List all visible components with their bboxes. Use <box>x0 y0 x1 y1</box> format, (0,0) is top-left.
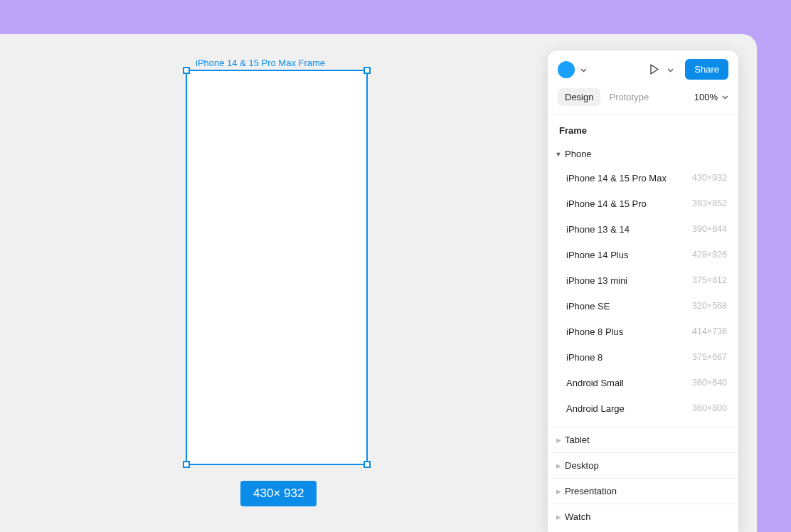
properties-panel: Share Design Prototype 100% Frame ▼ Phon… <box>548 50 738 532</box>
frame-section[interactable]: Frame ▼ Phone iPhone 14 & 15 Pro Max 430… <box>548 115 738 532</box>
triangle-right-icon: ▶ <box>555 488 562 495</box>
device-preset[interactable]: iPhone 14 Plus 428×926 <box>548 242 738 267</box>
category-label: Tablet <box>565 435 590 445</box>
panel-header: Share <box>548 50 738 88</box>
device-preset[interactable]: iPhone 8 Plus 414×736 <box>548 319 738 344</box>
share-button[interactable]: Share <box>685 59 728 80</box>
resize-handle-bottom-left[interactable] <box>183 461 190 468</box>
device-dimensions: 414×736 <box>692 326 727 336</box>
category-label: Watch <box>565 511 590 522</box>
device-name: iPhone 13 mini <box>566 275 627 286</box>
avatar[interactable] <box>558 61 575 78</box>
device-preset[interactable]: Android Small 360×640 <box>548 370 738 395</box>
tab-prototype[interactable]: Prototype <box>609 92 649 102</box>
triangle-right-icon: ▶ <box>555 437 562 444</box>
device-dimensions: 375×667 <box>692 352 727 362</box>
device-preset[interactable]: iPhone 8 375×667 <box>548 344 738 370</box>
device-preset[interactable]: iPhone 14 & 15 Pro Max 430×932 <box>548 165 738 191</box>
triangle-right-icon: ▶ <box>555 514 562 521</box>
device-preset[interactable]: iPhone 14 & 15 Pro 393×852 <box>548 191 738 216</box>
section-title-frame: Frame <box>548 115 738 143</box>
device-list: iPhone 14 & 15 Pro Max 430×932 iPhone 14… <box>548 165 738 427</box>
triangle-down-icon: ▼ <box>555 151 562 158</box>
device-preset[interactable]: iPhone SE 320×568 <box>548 293 738 319</box>
resize-handle-top-left[interactable] <box>183 67 190 74</box>
device-name: iPhone 14 Plus <box>566 250 628 260</box>
device-name: iPhone 8 <box>566 352 602 363</box>
category-label: Desktop <box>565 460 599 471</box>
resize-handle-top-right[interactable] <box>363 67 371 74</box>
device-name: iPhone 8 Plus <box>566 326 623 337</box>
category-desktop[interactable]: ▶ Desktop <box>548 452 738 478</box>
play-icon[interactable] <box>648 63 660 75</box>
triangle-right-icon: ▶ <box>555 462 562 469</box>
device-name: Android Large <box>566 403 625 414</box>
tab-design[interactable]: Design <box>558 88 600 106</box>
device-name: iPhone 13 & 14 <box>566 224 630 235</box>
resize-handle-bottom-right[interactable] <box>363 461 371 468</box>
chevron-down-icon <box>722 95 728 100</box>
device-name: iPhone SE <box>566 301 610 312</box>
category-phone[interactable]: ▼ Phone <box>548 143 738 165</box>
device-dimensions: 360×640 <box>692 378 727 388</box>
device-dimensions: 393×852 <box>692 198 727 208</box>
category-watch[interactable]: ▶ Watch <box>548 504 738 529</box>
device-dimensions: 320×568 <box>692 301 727 311</box>
app-workspace: iPhone 14 & 15 Pro Max Frame 430× 932 Sh… <box>0 34 757 532</box>
frame-label[interactable]: iPhone 14 & 15 Pro Max Frame <box>196 58 325 68</box>
zoom-value: 100% <box>694 92 718 102</box>
device-dimensions: 375×812 <box>692 275 727 285</box>
device-name: iPhone 14 & 15 Pro Max <box>566 173 667 183</box>
category-tablet[interactable]: ▶ Tablet <box>548 427 738 452</box>
dimensions-badge: 430× 932 <box>240 481 317 506</box>
device-preset[interactable]: iPhone 13 & 14 390×844 <box>548 216 738 242</box>
device-name: iPhone 14 & 15 Pro <box>566 198 647 209</box>
selected-frame[interactable] <box>186 70 368 465</box>
device-dimensions: 430×932 <box>692 173 727 183</box>
zoom-selector[interactable]: 100% <box>694 92 728 102</box>
device-dimensions: 390×844 <box>692 224 727 234</box>
device-name: Android Small <box>566 378 624 388</box>
device-preset[interactable]: iPhone 13 mini 375×812 <box>548 267 738 293</box>
chevron-down-icon[interactable] <box>667 65 674 74</box>
device-preset[interactable]: Android Large 360×800 <box>548 395 738 421</box>
panel-tabs: Design Prototype 100% <box>548 88 738 115</box>
device-dimensions: 428×926 <box>692 250 727 260</box>
category-presentation[interactable]: ▶ Presentation <box>548 478 738 504</box>
category-label: Presentation <box>565 486 617 496</box>
device-dimensions: 360×800 <box>692 403 727 413</box>
chevron-down-icon[interactable] <box>580 65 587 74</box>
category-label: Phone <box>565 149 592 159</box>
